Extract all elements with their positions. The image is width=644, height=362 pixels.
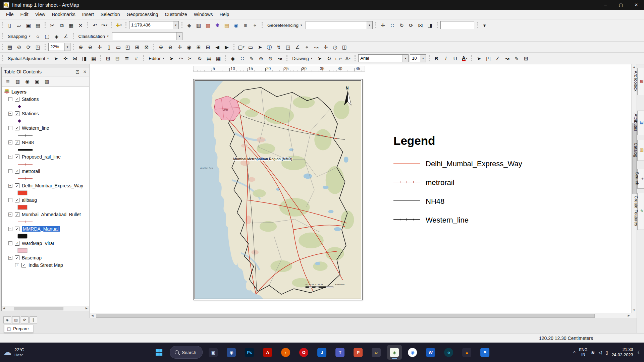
draw-shape-button[interactable]: ▭▾ xyxy=(334,54,343,63)
add-data-button[interactable]: ✚▾ xyxy=(114,21,123,29)
pan-button[interactable]: ✛ xyxy=(175,43,184,51)
new-map-button[interactable]: ▯ xyxy=(5,21,14,29)
collapse-icon[interactable]: − xyxy=(8,184,12,188)
toc-close-button[interactable]: ✕ xyxy=(82,68,88,75)
line-symbol-button[interactable]: ∠ xyxy=(493,54,502,63)
add-control-points-button[interactable]: ✛ xyxy=(378,21,388,29)
clock-widget[interactable]: 21:33 24-02-2023 xyxy=(611,347,633,358)
powerpoint-taskbar-icon[interactable]: P xyxy=(351,345,366,360)
layout-zoom-in-button[interactable]: ⊕ xyxy=(76,43,86,51)
file-explorer-taskbar-icon[interactable]: ▱ xyxy=(369,345,384,360)
vertex-snapping-button[interactable]: ◈ xyxy=(52,32,61,41)
point-snapping-button[interactable]: ○ xyxy=(33,32,43,41)
model-builder-button[interactable]: ✱ xyxy=(213,21,222,29)
firefox-taskbar-icon[interactable]: ◗ xyxy=(278,345,293,360)
drawing-menu[interactable]: Drawing▾ xyxy=(289,54,315,62)
grid-symbol-button[interactable]: ⊞ xyxy=(521,54,531,63)
layer-row-basemap[interactable]: −✓Basemap xyxy=(2,254,89,261)
battery-icon[interactable]: ▯ xyxy=(605,350,608,355)
georeferencing-layer-combo[interactable]: ▾ xyxy=(306,21,373,29)
layer-checkbox[interactable]: ✓ xyxy=(15,169,19,174)
georef-viewer-button[interactable]: ◨ xyxy=(425,21,435,29)
html-popup-button[interactable]: ◳ xyxy=(283,43,293,51)
fixed-zoom-in-button[interactable]: ⊞ xyxy=(194,43,203,51)
layer-symbol-fill-pink[interactable] xyxy=(2,247,89,254)
scroll-up-icon[interactable]: ▲ xyxy=(632,64,637,69)
scroll-left-icon[interactable]: ◀ xyxy=(2,306,6,310)
layout-view-button[interactable]: ▤ xyxy=(12,316,20,323)
sketch-properties-button[interactable]: ▦ xyxy=(214,54,223,63)
draw-rotate-button[interactable]: ↻ xyxy=(324,54,334,63)
copy-button[interactable]: ⧉ xyxy=(57,21,66,29)
find-route-button[interactable]: ↝ xyxy=(312,43,321,51)
full-extent-button[interactable]: ◉ xyxy=(184,43,194,51)
refresh-drawing-button[interactable]: ⟳ xyxy=(21,316,29,323)
layer-row-alibaug[interactable]: −✓alibaug xyxy=(2,196,89,204)
layer-symbol-fill-black[interactable] xyxy=(2,233,89,240)
link-table-button[interactable]: ⋈ xyxy=(416,21,425,29)
scroll-left-icon[interactable]: ◀ xyxy=(90,313,95,318)
sa-attributes-button[interactable]: ▦ xyxy=(89,54,98,63)
layer-checkbox[interactable]: ✓ xyxy=(15,198,19,202)
paste-button[interactable]: ▦ xyxy=(66,21,76,29)
end-snapping-button[interactable]: ▢ xyxy=(43,32,52,41)
chevron-down-icon[interactable]: ▾ xyxy=(173,21,178,29)
split-tool-button[interactable]: ✂ xyxy=(185,54,195,63)
auto-registration-button[interactable]: ∷ xyxy=(388,21,397,29)
cut-button[interactable]: ✂ xyxy=(48,21,57,29)
layer-row-nh48[interactable]: −✓NH48 xyxy=(2,139,89,146)
zoom-in-button[interactable]: ⊕ xyxy=(156,43,166,51)
layer-row-western-line[interactable]: −✓Western_line xyxy=(2,124,89,132)
task-view-taskbar-icon[interactable]: ▣ xyxy=(206,345,221,360)
toggle-draft-mode-button[interactable]: ▤ xyxy=(5,43,14,51)
toc-root-layers[interactable]: Layers xyxy=(2,88,89,96)
child-layer-row[interactable]: +✓India Street Map xyxy=(2,261,89,269)
refresh-view-button[interactable]: ⟳ xyxy=(24,43,33,51)
chevron-down-icon[interactable]: ▾ xyxy=(176,33,182,40)
search-window-button[interactable]: ⌖ xyxy=(250,21,260,29)
layer-checkbox[interactable]: ✓ xyxy=(21,263,26,267)
vlc-taskbar-icon[interactable]: ▲ xyxy=(460,345,474,360)
pause-drawing-btn-button[interactable]: ⊘ xyxy=(14,43,24,51)
python-window-button[interactable]: ≡ xyxy=(241,21,250,29)
save-map-button[interactable]: ▣ xyxy=(24,21,33,29)
layout-pan-button[interactable]: ✛ xyxy=(95,43,104,51)
catalog-window-button[interactable]: ▤ xyxy=(222,21,231,29)
remove-row-button[interactable]: ⊟ xyxy=(113,54,122,63)
menu-insert[interactable]: Insert xyxy=(79,10,97,18)
georeferencing-menu[interactable]: Georeferencing▾ xyxy=(265,21,305,29)
page-zoom-combo[interactable]: 22%▾ xyxy=(48,43,70,51)
zoom-100-button[interactable]: ▯ xyxy=(104,43,114,51)
language-indicator[interactable]: ENGIN xyxy=(579,348,587,357)
photoshop-taskbar-icon[interactable]: Ps xyxy=(242,345,257,360)
layer-checkbox[interactable]: ✓ xyxy=(15,255,19,260)
prepare-window[interactable]: ◳ Prepare xyxy=(4,325,33,333)
collapse-icon[interactable]: − xyxy=(8,256,12,260)
layer-checkbox[interactable]: ✓ xyxy=(15,212,19,217)
taskbar-search[interactable]: Search xyxy=(170,346,203,359)
cut-polygon-button[interactable]: ⊕ xyxy=(256,54,266,63)
camera-app-taskbar-icon[interactable]: ◉ xyxy=(224,345,239,360)
menu-edit[interactable]: Edit xyxy=(17,10,32,18)
arctoolbox-window-button[interactable]: ▩ xyxy=(203,21,213,29)
curve-tool-button[interactable]: ↝ xyxy=(502,54,512,63)
volume-icon[interactable]: ◁ xyxy=(598,350,602,355)
arcglobe-button[interactable]: ◉ xyxy=(231,21,241,29)
focus-data-frame-button[interactable]: ◰ xyxy=(123,43,132,51)
minimize-button[interactable]: – xyxy=(598,0,613,10)
layer-checkbox[interactable]: ✓ xyxy=(15,97,19,102)
layer-symbol-point-purple[interactable] xyxy=(2,103,89,110)
underline-button[interactable]: U xyxy=(450,54,460,63)
list-by-drawing-order-button[interactable]: ≣ xyxy=(3,77,12,86)
zoom-whole-page-button[interactable]: ◳ xyxy=(33,43,43,51)
layer-row-delhi-mumbai-express-way[interactable]: −✓Delhi_Mumbai_Express_Way xyxy=(2,182,89,189)
undo-button[interactable]: ↶ xyxy=(90,21,100,29)
layer-row-metrorail[interactable]: −✓metrorail xyxy=(2,168,89,175)
scroll-right-icon[interactable]: ▶ xyxy=(84,306,89,310)
open-map-button[interactable]: ▱ xyxy=(14,21,24,29)
edit-annotation-button[interactable]: ✏ xyxy=(176,54,185,63)
snap-grid-button[interactable]: # xyxy=(131,54,141,63)
canvas-vertical-scrollbar[interactable]: ▲ ▼ xyxy=(631,64,637,313)
tab-attributes[interactable]: ▤Attributes xyxy=(637,111,644,135)
layout-zoom-out-button[interactable]: ⊖ xyxy=(86,43,95,51)
